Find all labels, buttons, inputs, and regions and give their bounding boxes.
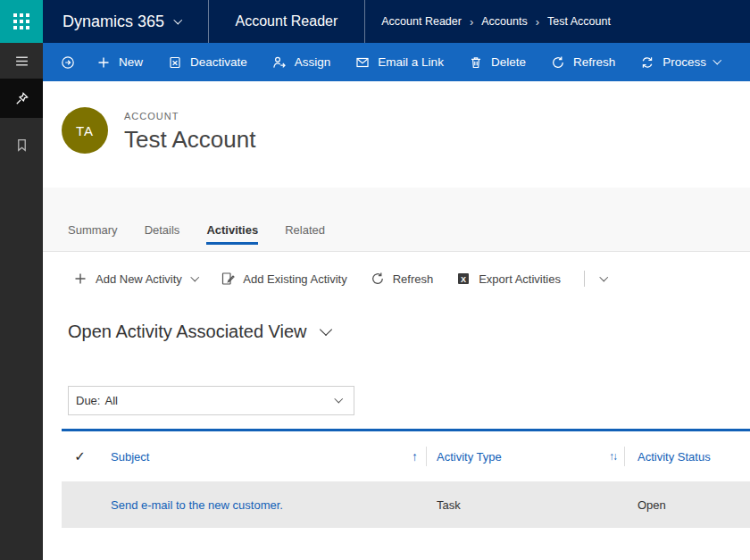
- add-existing-activity-label: Add Existing Activity: [243, 272, 346, 286]
- more-commands-button[interactable]: [597, 274, 611, 284]
- hamburger-icon: [14, 54, 29, 69]
- activities-toolbar: Add New Activity Add Existing Activity R…: [73, 264, 750, 293]
- chevron-down-icon: [713, 56, 721, 64]
- breadcrumb-record[interactable]: Test Account: [547, 15, 611, 28]
- top-navbar: Dynamics 365 Account Reader Account Read…: [0, 0, 750, 43]
- toolbar-divider: [584, 271, 585, 287]
- export-activities-button[interactable]: X Export Activities: [456, 272, 561, 286]
- record-header: TA ACCOUNT Test Account: [43, 81, 750, 188]
- view-selector[interactable]: Open Activity Associated View: [68, 322, 750, 342]
- bookmark-nav-button[interactable]: [0, 125, 43, 164]
- activity-type-cell: Task: [427, 481, 625, 528]
- breadcrumb-separator-icon: ›: [536, 15, 539, 29]
- column-activity-status-label: Activity Status: [638, 450, 711, 464]
- nav-sidebar: [0, 43, 43, 560]
- breadcrumb: Account Reader › Accounts › Test Account: [365, 0, 611, 43]
- refresh-button[interactable]: Refresh: [538, 43, 628, 81]
- add-existing-activity-button[interactable]: Add Existing Activity: [221, 272, 346, 286]
- plus-icon: [73, 272, 88, 286]
- waffle-icon: [13, 13, 29, 29]
- column-subject-label: Subject: [111, 450, 149, 464]
- delete-label: Delete: [491, 55, 526, 69]
- due-filter-label: Due:: [76, 394, 100, 407]
- checkmark-icon: ✓: [74, 448, 86, 464]
- bookmark-icon: [14, 138, 29, 153]
- due-filter-value: All: [104, 394, 117, 407]
- deactivate-icon: [168, 55, 182, 70]
- sort-both-icon: ↑↓: [609, 450, 616, 463]
- record-navigator-icon: [61, 55, 75, 70]
- trash-icon: [469, 55, 483, 70]
- chevron-down-icon: [319, 322, 331, 335]
- menu-toggle-button[interactable]: [0, 43, 43, 79]
- tab-strip: Summary Details Activities Related: [43, 188, 750, 252]
- refresh-activities-button[interactable]: Refresh: [371, 272, 434, 286]
- tab-details[interactable]: Details: [145, 223, 180, 245]
- select-all-checkbox[interactable]: ✓: [62, 431, 98, 481]
- chevron-down-icon: [600, 272, 608, 280]
- deactivate-button[interactable]: Deactivate: [155, 43, 260, 81]
- svg-text:X: X: [461, 275, 466, 284]
- export-excel-icon: X: [456, 272, 471, 286]
- refresh-icon: [551, 55, 565, 70]
- refresh-activities-label: Refresh: [393, 272, 434, 286]
- app-name-title: Account Reader: [209, 0, 365, 43]
- command-bar: New Deactivate Assign Email a Link Delet…: [43, 43, 750, 81]
- app-launcher-button[interactable]: [0, 0, 43, 43]
- table-row[interactable]: Send e-mail to the new customer. Task Op…: [62, 481, 750, 528]
- chevron-down-icon: [334, 395, 342, 403]
- column-header-activity-status[interactable]: Activity Status: [625, 431, 750, 481]
- grid-header-row: ✓ Subject ↑ Activity Type ↑↓ Activity St…: [62, 431, 750, 481]
- assign-button[interactable]: Assign: [260, 43, 344, 81]
- export-activities-label: Export Activities: [479, 272, 561, 286]
- process-button[interactable]: Process: [628, 43, 732, 81]
- tab-related[interactable]: Related: [285, 223, 325, 245]
- record-title: Test Account: [124, 126, 255, 154]
- add-new-activity-button[interactable]: Add New Activity: [73, 272, 197, 286]
- column-header-subject[interactable]: Subject ↑: [98, 431, 427, 481]
- activity-status-cell: Open: [625, 481, 750, 528]
- row-checkbox[interactable]: [62, 481, 98, 528]
- plus-icon: [96, 55, 111, 70]
- breadcrumb-app[interactable]: Account Reader: [381, 15, 462, 28]
- column-header-activity-type[interactable]: Activity Type ↑↓: [427, 431, 625, 481]
- assign-label: Assign: [295, 55, 331, 69]
- chevron-down-icon: [190, 272, 198, 280]
- subject-link[interactable]: Send e-mail to the new customer.: [111, 498, 283, 512]
- delete-button[interactable]: Delete: [456, 43, 538, 81]
- breadcrumb-entity[interactable]: Accounts: [481, 15, 527, 28]
- deactivate-label: Deactivate: [190, 55, 247, 69]
- activities-grid: ✓ Subject ↑ Activity Type ↑↓ Activity St…: [62, 429, 750, 528]
- record-set-toggle-button[interactable]: [50, 43, 84, 81]
- tab-summary[interactable]: Summary: [68, 223, 118, 245]
- email-icon: [355, 55, 370, 70]
- chevron-down-icon: [174, 15, 182, 23]
- add-new-activity-label: Add New Activity: [96, 272, 182, 286]
- email-link-button[interactable]: Email a Link: [343, 43, 456, 81]
- column-activity-type-label: Activity Type: [437, 450, 502, 464]
- refresh-label: Refresh: [573, 55, 615, 69]
- form-body: TA ACCOUNT Test Account Summary Details …: [43, 81, 750, 560]
- process-icon: [640, 55, 654, 70]
- app-window: Dynamics 365 Account Reader Account Read…: [0, 0, 750, 560]
- email-link-label: Email a Link: [378, 55, 444, 69]
- sort-ascending-icon: ↑: [412, 449, 418, 464]
- refresh-icon: [371, 272, 385, 286]
- view-selector-label: Open Activity Associated View: [68, 322, 307, 342]
- avatar: TA: [62, 107, 108, 154]
- new-label: New: [119, 55, 143, 69]
- entity-label: ACCOUNT: [124, 111, 255, 121]
- process-label: Process: [662, 55, 706, 69]
- breadcrumb-separator-icon: ›: [470, 15, 473, 29]
- new-button[interactable]: New: [84, 43, 155, 81]
- add-existing-icon: [221, 272, 235, 286]
- tab-activities[interactable]: Activities: [206, 223, 258, 245]
- pin-nav-button[interactable]: [0, 79, 43, 118]
- due-filter-dropdown[interactable]: Due: All: [68, 386, 354, 415]
- assign-icon: [272, 55, 287, 70]
- dynamics-brand-menu[interactable]: Dynamics 365: [43, 0, 208, 43]
- pin-icon: [14, 91, 29, 106]
- brand-label: Dynamics 365: [62, 13, 164, 31]
